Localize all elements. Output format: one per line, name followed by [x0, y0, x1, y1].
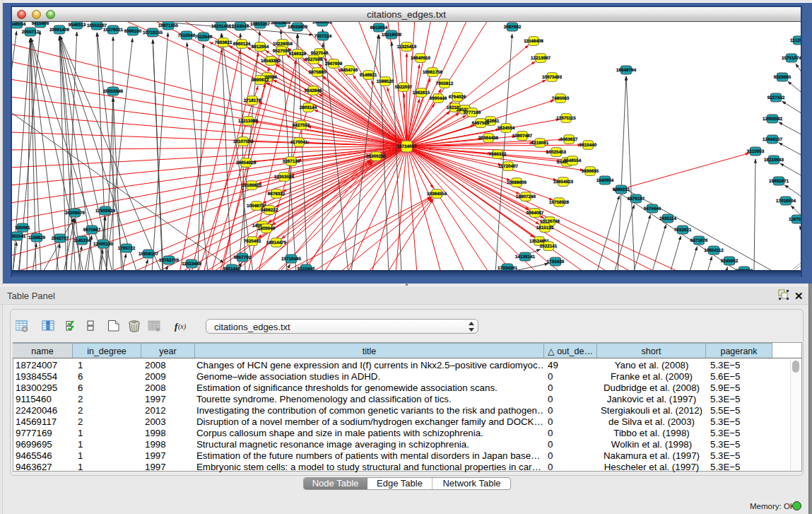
svg-text:1112543: 1112543	[790, 38, 801, 43]
svg-text:6497568: 6497568	[472, 121, 490, 126]
svg-text:9815440: 9815440	[579, 143, 597, 148]
svg-text:8427552: 8427552	[293, 123, 310, 128]
svg-text:1167533: 1167533	[789, 217, 801, 222]
svg-text:10958107: 10958107	[139, 252, 159, 257]
svg-text:18640910: 18640910	[411, 56, 431, 61]
svg-text:16033809: 16033809	[288, 25, 308, 30]
svg-text:7515546: 7515546	[178, 33, 196, 38]
svg-text:1615132: 1615132	[536, 226, 554, 230]
svg-text:8678332: 8678332	[268, 192, 286, 197]
svg-text:2522141: 2522141	[540, 244, 558, 249]
svg-text:6794028: 6794028	[449, 95, 466, 100]
svg-text:12505135: 12505135	[93, 242, 114, 247]
svg-text:7625402: 7625402	[244, 239, 261, 244]
svg-text:6216001: 6216001	[531, 141, 549, 146]
svg-text:19384554: 19384554	[427, 192, 447, 197]
svg-text:20206576: 20206576	[65, 211, 86, 216]
svg-text:15716485: 15716485	[281, 257, 302, 262]
svg-text:17359924: 17359924	[95, 209, 116, 214]
svg-text:9546554: 9546554	[564, 158, 582, 163]
svg-text:2942737: 2942737	[52, 236, 69, 241]
svg-text:10654112: 10654112	[704, 248, 724, 253]
svg-text:1588520: 1588520	[377, 79, 394, 84]
svg-text:16210643: 16210643	[764, 158, 784, 163]
svg-text:10807487: 10807487	[512, 134, 533, 139]
svg-text:9699695: 9699695	[582, 169, 599, 174]
svg-text:19166825: 19166825	[242, 183, 262, 188]
svg-text:8186328: 8186328	[289, 52, 307, 57]
svg-text:6966160: 6966160	[124, 29, 142, 34]
svg-text:(x): (x)	[178, 322, 187, 331]
svg-text:12444157: 12444157	[763, 137, 783, 142]
svg-text:9391541: 9391541	[12, 234, 26, 239]
svg-text:11923468: 11923468	[182, 262, 201, 267]
svg-text:10025453: 10025453	[546, 150, 567, 155]
svg-text:7485063: 7485063	[552, 96, 570, 101]
svg-text:7955812: 7955812	[436, 81, 454, 86]
svg-text:20691406: 20691406	[49, 28, 70, 33]
svg-text:9777169: 9777169	[464, 110, 481, 115]
svg-text:8454749: 8454749	[341, 68, 358, 73]
svg-text:2803144: 2803144	[300, 105, 317, 110]
svg-text:8990448: 8990448	[430, 96, 447, 101]
svg-text:2718176: 2718176	[244, 98, 261, 103]
svg-text:15226058: 15226058	[273, 42, 293, 47]
svg-text:9890612: 9890612	[252, 78, 269, 83]
svg-text:10853267: 10853267	[250, 22, 271, 27]
svg-text:9084067: 9084067	[526, 211, 544, 216]
svg-text:9389231: 9389231	[613, 187, 630, 192]
svg-text:25300295: 25300295	[366, 154, 387, 159]
svg-text:16648784: 16648784	[616, 68, 637, 73]
svg-text:7632621: 7632621	[674, 228, 692, 233]
svg-text:8912954: 8912954	[252, 45, 269, 49]
svg-text:12975115: 12975115	[556, 116, 576, 121]
svg-text:1795722: 1795722	[118, 246, 136, 251]
svg-text:16043812: 16043812	[312, 22, 333, 25]
svg-text:18807249: 18807249	[516, 194, 536, 199]
svg-text:9527508: 9527508	[305, 57, 323, 62]
svg-text:11325419: 11325419	[397, 45, 417, 49]
svg-text:3875685: 3875685	[309, 70, 326, 75]
svg-text:1362615: 1362615	[413, 90, 430, 95]
svg-text:9242848: 9242848	[305, 88, 322, 93]
svg-text:1409949: 1409949	[258, 226, 276, 231]
svg-text:9463627: 9463627	[560, 137, 578, 142]
svg-text:9474444: 9474444	[644, 206, 661, 211]
svg-text:9546313: 9546313	[69, 23, 86, 28]
svg-text:15751074: 15751074	[782, 56, 801, 61]
svg-text:10688609: 10688609	[507, 180, 527, 185]
svg-text:8813054: 8813054	[370, 25, 388, 30]
svg-text:16961758: 16961758	[423, 70, 443, 75]
svg-text:18724007: 18724007	[396, 144, 417, 149]
svg-text:9146821: 9146821	[360, 73, 377, 78]
svg-text:19756928: 19756928	[549, 200, 570, 205]
svg-text:19692971: 19692971	[769, 179, 789, 184]
svg-text:12213967: 12213967	[531, 56, 551, 61]
svg-text:10719155: 10719155	[143, 30, 163, 35]
svg-text:9329965: 9329965	[774, 75, 792, 80]
svg-text:12213369: 12213369	[238, 119, 259, 124]
svg-text:9227342: 9227342	[767, 95, 785, 100]
svg-text:9857791: 9857791	[234, 255, 252, 260]
svg-text:7515546: 7515546	[195, 35, 213, 40]
svg-text:16782759: 16782759	[159, 258, 180, 263]
svg-text:1145194: 1145194	[73, 238, 91, 243]
svg-text:5322037: 5322037	[395, 85, 413, 90]
svg-text:7357224: 7357224	[314, 34, 332, 39]
svg-text:12353594: 12353594	[274, 175, 295, 180]
svg-text:6879197: 6879197	[628, 197, 645, 201]
svg-text:10973493: 10973493	[542, 75, 563, 80]
svg-text:15720407: 15720407	[498, 164, 519, 169]
svg-text:1640954: 1640954	[596, 178, 614, 183]
svg-text:1156829: 1156829	[28, 235, 46, 240]
svg-text:7986322: 7986322	[489, 152, 507, 157]
svg-text:3267130: 3267130	[283, 159, 300, 164]
svg-text:7663822: 7663822	[215, 40, 233, 45]
svg-text:9527506: 9527506	[273, 49, 290, 54]
svg-text:9153546: 9153546	[232, 24, 249, 29]
svg-text:16543362: 16543362	[261, 59, 281, 64]
svg-text:2087682: 2087682	[504, 25, 522, 30]
svg-text:2055712: 2055712	[22, 30, 40, 35]
svg-text:19654923: 19654923	[236, 160, 257, 165]
svg-text:16914479: 16914479	[266, 240, 287, 245]
